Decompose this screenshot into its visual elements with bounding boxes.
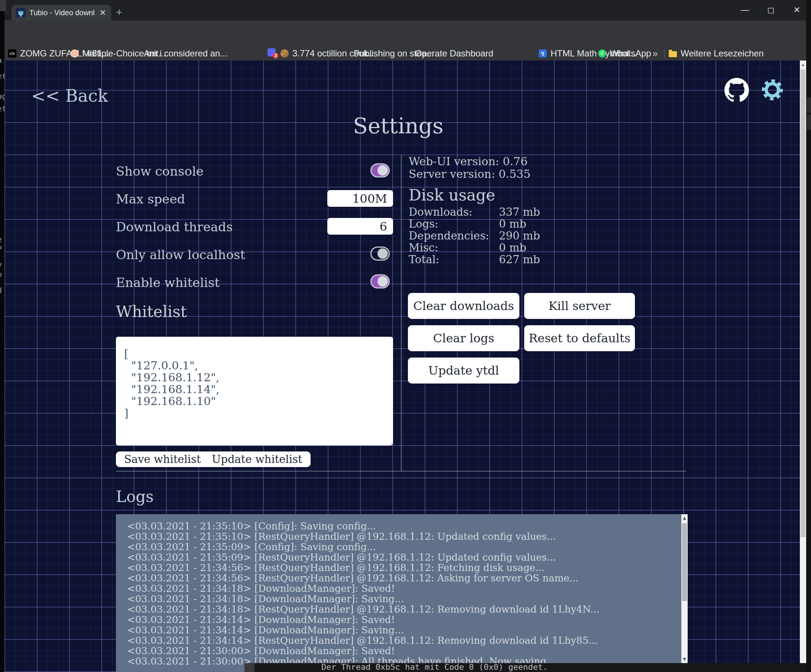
disk-usage-value: 0 mb [499,218,526,230]
column-divider [401,155,402,471]
disk-usage-label: Logs: [409,218,499,230]
show-console-toggle[interactable] [370,163,390,178]
window-minimize-button[interactable]: — [739,6,750,14]
bookmark-item[interactable]: ✆ WhatsApp [598,48,651,59]
folder-icon [669,51,677,57]
log-line: <03.03.2021 - 21:34:56> [RestQueryHandle… [127,562,600,573]
left-strip-fragment: P [0,244,2,253]
disk-usage-label: Total: [409,254,499,266]
page-title: Settings [5,113,792,139]
save-whitelist-button[interactable]: Save whitelist [116,452,209,467]
logs-panel: <03.03.2021 - 21:35:10> [Config]: Saving… [116,514,688,672]
disk-usage-row: Dependencies: 290 mb [409,230,540,242]
tab-close-icon[interactable]: ✕ [98,8,107,17]
other-bookmarks-folder[interactable]: Weitere Lesezeichen [669,48,764,59]
logs-scrollbar-thumb[interactable] [682,523,687,601]
bookmarks-overflow-chevron[interactable]: » [652,48,658,59]
only-localhost-toggle[interactable] [370,247,390,261]
page-scrollbar-thumb[interactable] [801,69,806,537]
disk-usage-value: 290 mb [499,230,540,242]
log-line: <03.03.2021 - 21:34:56> [RestQueryHandle… [127,573,600,583]
log-line: <03.03.2021 - 21:35:10> [Config]: Saving… [127,521,600,531]
back-link[interactable]: << Back [31,86,108,106]
log-line: <03.03.2021 - 21:34:14> [DownloadManager… [127,614,600,625]
tab-bar: ψ Tubio - Video downloader ✕ + — ▢ ✕ [5,0,806,20]
log-lines: <03.03.2021 - 21:35:10> [Config]: Saving… [127,521,600,667]
log-line: <03.03.2021 - 21:34:14> [DownloadManager… [127,625,600,635]
reset-defaults-button[interactable]: Reset to defaults [524,325,635,351]
background-window-corner [0,0,6,11]
bookmark-favicon-icon: 3 [268,48,276,56]
bookmark-favicon-icon [403,49,411,58]
kill-server-button[interactable]: Kill server [524,293,635,319]
background-console-output: Der Thread 0xb5c hat mit Code 0 (0x0) ge… [254,663,811,672]
bookmark-item[interactable]: 3 [268,48,279,56]
bookmark-label: WhatsApp [610,48,651,59]
update-ytdl-button[interactable]: Update ytdl [408,357,519,384]
background-console-step [244,663,254,672]
show-console-label: Show console [116,164,204,179]
bookmark-favicon-icon: ↯ [539,49,547,58]
log-line: <03.03.2021 - 21:30:00> [DownloadManager… [127,646,600,656]
log-line: <03.03.2021 - 21:35:10> [RestQueryHandle… [127,531,600,542]
settings-gear-icon[interactable] [761,78,784,102]
bookmark-favicon-icon [342,49,350,58]
log-line: <03.03.2021 - 21:35:09> [Config]: Saving… [127,542,600,552]
download-threads-input[interactable] [327,218,393,235]
disk-usage-value: 627 mb [499,254,540,266]
whitelist-textarea[interactable]: [ "127.0.0.1", "192.168.1.12", "192.168.… [116,337,393,445]
bookmark-favicon-icon [132,49,140,58]
scroll-down-icon: ▼ [681,657,688,662]
whitelist-heading: Whitelist [116,303,187,321]
page-scrollbar[interactable]: ▲ [800,61,806,672]
window-close-button[interactable]: ✕ [791,6,803,14]
browser-toolbar: ← → ⟳ ⌂ ⚠ Nicht sicher 192.168.1.12:6969… [5,20,806,46]
bookmark-favicon-icon: z0r [8,49,16,58]
disk-usage-row: Total: 627 mb [409,254,540,266]
browser-tab[interactable]: ψ Tubio - Video downloader ✕ [12,5,111,20]
left-strip-fragment: et [0,72,5,81]
disk-usage-row: Logs: 0 mb [409,218,540,230]
disk-usage-label: Downloads: [409,206,499,218]
enable-whitelist-label: Enable whitelist [116,275,220,290]
log-line: <03.03.2021 - 21:34:14> [RestQueryHandle… [127,635,600,646]
clear-downloads-button[interactable]: Clear downloads [408,293,519,319]
download-threads-label: Download threads [116,219,232,234]
left-strip-fragment: et [0,104,5,113]
notification-badge: 3 [273,53,278,59]
section-divider [116,471,686,472]
enable-whitelist-toggle[interactable] [370,274,390,288]
bookmarks-divider [664,49,665,58]
clear-logs-button[interactable]: Clear logs [408,325,519,351]
bookmark-favicon-icon: ✆ [598,49,606,58]
log-line: <03.03.2021 - 21:34:18> [RestQueryHandle… [127,604,600,614]
disk-usage-table: Downloads: 337 mb Logs: 0 mb Dependencie… [409,206,540,266]
log-line: <03.03.2021 - 21:34:18> [DownloadManager… [127,594,600,604]
console-output-text: Der Thread 0xb5c hat mit Code 0 (0x0) ge… [321,663,548,672]
bookmark-item[interactable]: Am i considered an... [132,48,227,59]
other-bookmarks-label: Weitere Lesezeichen [680,48,764,59]
logs-scrollbar[interactable]: ▲ ▼ [681,514,688,672]
window-maximize-button[interactable]: ▢ [765,6,777,14]
disk-usage-row: Misc: 0 mb [409,242,540,254]
left-strip-fragment: o [0,270,2,279]
left-strip-fragment: a [0,56,2,64]
log-line: <03.03.2021 - 21:34:18> [DownloadManager… [127,583,600,594]
github-icon[interactable] [724,78,749,102]
scroll-up-icon: ▲ [800,63,806,67]
bookmark-item[interactable]: Operate Dashboard [403,48,494,59]
update-whitelist-button[interactable]: Update whitelist [204,452,310,467]
tubio-settings-page: << Back Settings Show console Max speed … [5,61,800,672]
webui-version: Web-UI version: 0.76 [409,156,528,168]
disk-usage-label: Dependencies: [409,230,499,242]
new-tab-button[interactable]: + [116,7,122,18]
disk-usage-row: Downloads: 337 mb [409,206,540,218]
tab-favicon-icon: ψ [16,8,25,17]
background-window-right-strip [806,0,811,672]
left-strip-fragment: ag [0,92,5,101]
max-speed-input[interactable] [327,190,393,207]
left-strip-fragment: e [0,235,2,244]
bookmark-label: Am i considered an... [144,48,227,59]
log-line: <03.03.2021 - 21:35:09> [RestQueryHandle… [127,552,600,562]
disk-usage-label: Misc: [409,242,499,254]
